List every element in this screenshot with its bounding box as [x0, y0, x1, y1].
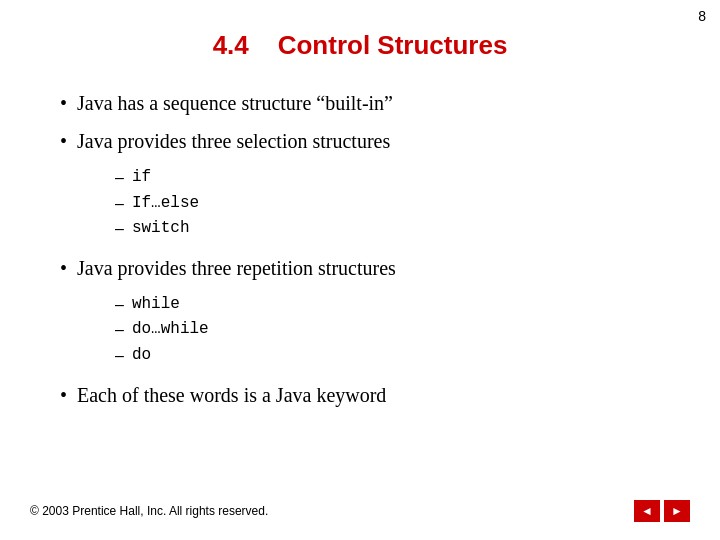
sub-text-do-while: do…while	[132, 317, 209, 343]
nav-prev-button[interactable]: ◄	[634, 500, 660, 522]
slide: 8 4.4 Control Structures • Java has a se…	[0, 0, 720, 540]
dash-4: –	[115, 292, 124, 318]
bullet-symbol-2: •	[60, 127, 67, 155]
sub-list-2: – if – If…else – switch	[115, 165, 670, 242]
bullet-text-1: Java has a sequence structure “built-in”	[77, 89, 393, 117]
footer: © 2003 Prentice Hall, Inc. All rights re…	[0, 500, 720, 522]
dash-1: –	[115, 165, 124, 191]
prev-arrow-icon: ◄	[641, 505, 653, 517]
dash-3: –	[115, 216, 124, 242]
sub-text-if-else: If…else	[132, 191, 199, 217]
bullet-symbol-4: •	[60, 381, 67, 409]
sub-item-do: – do	[115, 343, 670, 369]
bullet-symbol-3: •	[60, 254, 67, 282]
bullet-text-4: Each of these words is a Java keyword	[77, 381, 386, 409]
nav-next-button[interactable]: ►	[664, 500, 690, 522]
dash-5: –	[115, 317, 124, 343]
slide-number: 8	[698, 8, 706, 24]
bullet-symbol-1: •	[60, 89, 67, 117]
sub-text-do: do	[132, 343, 151, 369]
section-number: 4.4	[213, 30, 249, 60]
sub-text-while: while	[132, 292, 180, 318]
dash-6: –	[115, 343, 124, 369]
footer-copyright: © 2003 Prentice Hall, Inc. All rights re…	[30, 504, 268, 518]
sub-item-if: – if	[115, 165, 670, 191]
bullet-text-2: Java provides three selection structures	[77, 127, 390, 155]
bullet-3: • Java provides three repetition structu…	[60, 254, 670, 282]
bullet-2: • Java provides three selection structur…	[60, 127, 670, 155]
sub-item-do-while: – do…while	[115, 317, 670, 343]
section-title-text: Control Structures	[278, 30, 508, 60]
sub-item-while: – while	[115, 292, 670, 318]
slide-title: 4.4 Control Structures	[50, 30, 670, 61]
bullet-4: • Each of these words is a Java keyword	[60, 381, 670, 409]
sub-item-if-else: – If…else	[115, 191, 670, 217]
next-arrow-icon: ►	[671, 505, 683, 517]
nav-buttons: ◄ ►	[634, 500, 690, 522]
bullet-1: • Java has a sequence structure “built-i…	[60, 89, 670, 117]
bullet-text-3: Java provides three repetition structure…	[77, 254, 396, 282]
sub-text-if: if	[132, 165, 151, 191]
sub-item-switch: – switch	[115, 216, 670, 242]
sub-text-switch: switch	[132, 216, 190, 242]
dash-2: –	[115, 191, 124, 217]
sub-list-3: – while – do…while – do	[115, 292, 670, 369]
